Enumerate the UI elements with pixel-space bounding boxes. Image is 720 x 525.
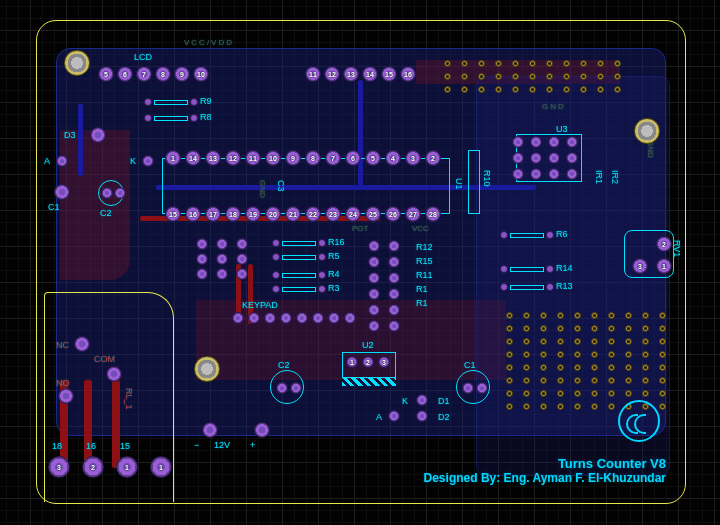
- pad: 1: [165, 150, 181, 166]
- pad: [232, 312, 244, 324]
- r5-label: R5: [328, 251, 340, 261]
- r5-body: [272, 252, 326, 262]
- pad: 13: [343, 66, 359, 82]
- pwr-neg-pad: [202, 422, 218, 438]
- k-label: K: [130, 156, 136, 166]
- r16-label: R16: [328, 237, 345, 247]
- lcd-header-1: 5 6 7 8 9 10: [98, 66, 209, 82]
- pad: 6: [117, 66, 133, 82]
- pad: 10: [193, 66, 209, 82]
- ir1-label: IR1: [594, 170, 604, 184]
- lcd-header-2: 11 12 13 14 15 16: [305, 66, 416, 82]
- pad-num: 7: [142, 71, 146, 78]
- pad: 7: [325, 150, 341, 166]
- d3-pad: [90, 127, 106, 143]
- r15-label: R15: [416, 256, 433, 266]
- pad: 8: [155, 66, 171, 82]
- pwr12v-label: 12V: [214, 440, 230, 450]
- relay-18: 18: [52, 441, 62, 451]
- c3-label: C3: [276, 180, 286, 192]
- pad: 3: [48, 456, 70, 478]
- r8-body: [144, 113, 198, 123]
- vcc-label: VCC/VDD: [184, 38, 234, 47]
- pad: 24: [345, 206, 361, 222]
- c1b-label: C1: [464, 360, 476, 370]
- u3-pads: [512, 136, 580, 180]
- pad: 1: [116, 456, 138, 478]
- trace: [78, 104, 83, 176]
- vcc-short: VCC: [412, 224, 429, 233]
- pot-label: POT: [352, 224, 368, 233]
- pad: 9: [285, 150, 301, 166]
- r4-body: [272, 270, 326, 280]
- pad: 12: [324, 66, 340, 82]
- pad: 2: [362, 356, 374, 368]
- keypad-label: KEYPAD: [242, 300, 278, 310]
- pad: 10: [265, 150, 281, 166]
- c2-label: C2: [100, 208, 112, 218]
- pad: 6: [345, 150, 361, 166]
- credit-text: Designed By: Eng. Ayman F. El-Khuzundar: [336, 471, 666, 485]
- pad: 2: [82, 456, 104, 478]
- pad-num: 12: [328, 71, 336, 78]
- pad: 7: [136, 66, 152, 82]
- center-pad-column: [368, 240, 404, 332]
- r11-label: R11: [416, 270, 433, 280]
- r8-label: R8: [200, 112, 212, 122]
- c1-label: C1: [48, 202, 60, 212]
- ic-row-bot: 15 16 17 18 19 20 21 22 23 24 25 26 27 2…: [165, 206, 441, 222]
- pwr-pos-pad: [254, 422, 270, 438]
- pad: 14: [185, 150, 201, 166]
- rv1-pad3: 3: [632, 258, 648, 274]
- gnd-label: GND: [542, 102, 566, 111]
- mount-tl: [64, 50, 90, 76]
- pad-num: 9: [180, 71, 184, 78]
- minus-label: −: [194, 440, 199, 450]
- pad: 21: [285, 206, 301, 222]
- pad: 25: [365, 206, 381, 222]
- com-label: COM: [94, 354, 115, 364]
- logo-icon: [618, 400, 660, 442]
- pad: 19: [245, 206, 261, 222]
- r10-label: R10: [482, 170, 492, 187]
- c1b-p1: [462, 382, 474, 394]
- nc-label: NC: [56, 340, 69, 350]
- pad-num: 16: [404, 71, 412, 78]
- pad: 13: [205, 150, 221, 166]
- pad: 11: [305, 66, 321, 82]
- pad: 22: [305, 206, 321, 222]
- ir2-label: IR2: [610, 170, 620, 184]
- pad: 28: [425, 206, 441, 222]
- mount-bl: [194, 356, 220, 382]
- pad: 1: [346, 356, 358, 368]
- pad: 27: [405, 206, 421, 222]
- d2-label: D2: [438, 412, 450, 422]
- pad: 9: [174, 66, 190, 82]
- com-pad: [106, 366, 122, 382]
- r6-label: R6: [556, 229, 568, 239]
- r12-label: R12: [416, 242, 433, 252]
- lcd-label: LCD: [134, 52, 152, 62]
- c1b-p2: [476, 382, 488, 394]
- u2-hatch: [342, 378, 396, 386]
- pad: 1: [150, 456, 172, 478]
- pad: 16: [185, 206, 201, 222]
- pad: 4: [385, 150, 401, 166]
- c2-pad1: [101, 187, 113, 199]
- r13-label: R13: [556, 281, 573, 291]
- a-label: A: [44, 156, 50, 166]
- pad: 17: [205, 206, 221, 222]
- pad-num: 10: [197, 71, 205, 78]
- r10-body: [468, 150, 480, 214]
- c2-pad2: [114, 187, 126, 199]
- d1-k: K: [402, 396, 408, 406]
- r14-body: [500, 264, 554, 274]
- c1-pad: [54, 184, 70, 200]
- pad: 12: [225, 150, 241, 166]
- r9-label: R9: [200, 96, 212, 106]
- d3-label: D3: [64, 130, 76, 140]
- proto-bottom: [506, 312, 666, 410]
- pad: 15: [165, 206, 181, 222]
- pad: 14: [362, 66, 378, 82]
- pad: 26: [385, 206, 401, 222]
